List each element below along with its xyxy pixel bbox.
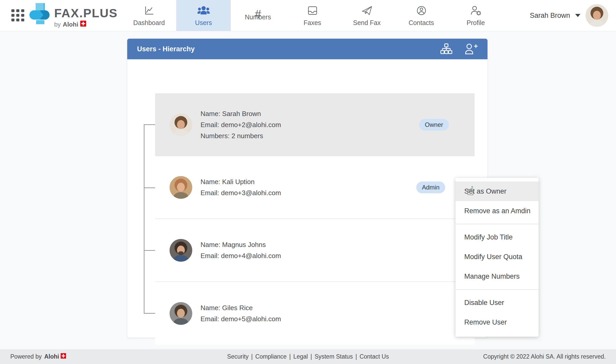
tree-connector-stub [144,250,155,251]
user-rows: Name: Sarah Brown Email: demo+2@alohi.co… [155,93,475,345]
nav-item-dashboard[interactable]: Dashboard [122,0,176,31]
user-avatar [586,4,608,27]
swiss-flag-icon [61,353,66,360]
menu-divider [455,224,539,224]
person-gear-icon [470,5,482,16]
footer-link-compliance[interactable]: Compliance [255,353,286,360]
tree-connector-stub [144,187,155,188]
role-badge: Admin [416,181,445,193]
hash-icon: # [255,8,261,20]
copyright-text: Copyright © 2022 Alohi SA. All rights re… [483,353,606,360]
main-nav: Dashboard Users | # [122,0,503,31]
user-row-kali-uption[interactable]: Name: Kali Uption Email: demo+3@alohi.co… [155,156,475,219]
brand-byline: by Alohi [54,21,118,28]
swiss-flag-icon [80,21,86,28]
user-avatar [170,239,192,262]
nav-label: Faxes [303,19,321,27]
user-actions-context-menu: Set as Owner Remove as an Amdin Modify J… [455,178,539,337]
user-name-line: Name: Sarah Brown [201,108,281,119]
user-avatar [170,176,192,199]
footer-link-system-status[interactable]: System Status [315,353,353,360]
menu-item-set-as-owner[interactable]: Set as Owner [455,181,539,201]
user-row-giles-rice[interactable]: Name: Giles Rice Email: demo+5@alohi.com [155,282,475,345]
user-name-line: Name: Magnus Johns [201,239,281,250]
nav-item-send-fax[interactable]: Send Fax [340,0,394,31]
footer-link-contact-us[interactable]: Contact Us [359,353,389,360]
user-numbers-line: Numbers: 2 numbers [201,130,281,142]
user-email-line: Email: demo+3@alohi.com [201,187,281,198]
nav-label: Dashboard [133,19,165,27]
users-group-icon [197,5,210,16]
nav-item-faxes[interactable]: Faxes [285,0,340,31]
nav-label: Contacts [409,19,434,27]
inbox-icon [307,5,318,16]
nav-item-contacts[interactable]: Contacts [394,0,449,31]
role-badge: Owner [419,119,449,131]
tree-connector-stub [144,124,155,125]
tree-connector-stub [144,313,155,314]
footer-link-legal[interactable]: Legal [293,353,308,360]
fax-machine-logo-icon [29,3,51,28]
caret-down-icon [575,14,580,17]
user-email-line: Email: demo+2@alohi.com [201,119,281,130]
page-footer: Powered byAlohi Security | Compliance | … [0,349,616,364]
hierarchy-body: Name: Sarah Brown Email: demo+2@alohi.co… [127,59,487,338]
brand-name: FAX.PLUS [54,6,118,20]
user-name-line: Name: Giles Rice [201,302,281,313]
menu-item-disable-user[interactable]: Disable User [455,293,539,312]
card-title: Users - Hierarchy [137,45,195,53]
contact-circle-icon [416,5,427,16]
footer-link-security[interactable]: Security [227,353,249,360]
page: FAX.PLUS by Alohi Dashboard [0,0,616,364]
user-name-line: Name: Kali Uption [201,176,281,187]
menu-item-remove-as-admin[interactable]: Remove as an Amdin [455,201,539,221]
users-hierarchy-card: Users - Hierarchy [127,39,487,338]
menu-item-remove-user[interactable]: Remove User [455,312,539,332]
user-name: Sarah Brown [530,12,570,20]
menu-divider [455,289,539,290]
menu-item-manage-numbers[interactable]: Manage Numbers [455,267,539,286]
user-row-sarah-brown[interactable]: Name: Sarah Brown Email: demo+2@alohi.co… [155,93,475,156]
top-navigation-bar: FAX.PLUS by Alohi Dashboard [0,0,616,31]
menu-item-modify-job-title[interactable]: Modify Job Title [455,227,539,247]
user-avatar [170,302,192,325]
user-avatar [170,113,192,136]
brand-logo[interactable]: FAX.PLUS by Alohi [29,3,118,28]
apps-grid-icon[interactable] [11,9,25,22]
nav-item-profile[interactable]: Profile [449,0,503,31]
org-chart-icon[interactable] [440,43,452,55]
nav-item-numbers[interactable]: | # Numbers [231,0,285,31]
paper-plane-icon [361,5,373,16]
user-email-line: Email: demo+4@alohi.com [201,250,281,261]
user-email-line: Email: demo+5@alohi.com [201,313,281,325]
user-account-menu[interactable]: Sarah Brown [530,0,608,31]
powered-by: Powered byAlohi [10,353,66,360]
tree-connector-line [144,125,145,313]
nav-label: Profile [467,19,485,27]
add-user-icon[interactable] [464,43,478,55]
dashboard-chart-icon [144,5,155,16]
nav-label: Send Fax [353,19,381,27]
menu-item-modify-user-quota[interactable]: Modify User Quota [455,247,539,267]
card-header: Users - Hierarchy [127,39,487,59]
nav-item-users[interactable]: Users [176,0,231,31]
user-row-magnus-johns[interactable]: Name: Magnus Johns Email: demo+4@alohi.c… [155,219,475,282]
nav-label: Users [195,19,212,27]
